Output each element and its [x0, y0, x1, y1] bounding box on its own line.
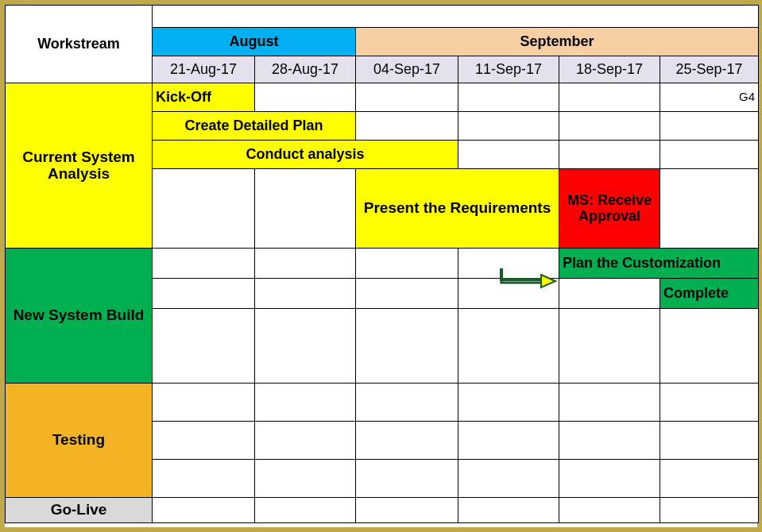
cell-r4-c2 [255, 207, 355, 210]
cell-gl-c4 [458, 509, 559, 512]
cell-nb3-c2 [255, 345, 355, 348]
cell-nb3-c4 [458, 345, 559, 348]
nsb-row-1: New System Build Plan the Customization [6, 249, 759, 279]
cell-r4-c1 [153, 207, 254, 210]
cell-t1-c2 [255, 401, 355, 404]
cell-t3-c3 [356, 477, 458, 480]
golive-row: Go-Live [6, 498, 759, 523]
cell-t2-c4 [458, 439, 559, 442]
cell-r2-c5 [559, 125, 659, 128]
cell-gl-c3 [356, 509, 458, 512]
task-kick-off: Kick-Off [153, 88, 254, 107]
cell-r3-c4 [458, 153, 559, 156]
cell-nb2-c2 [255, 292, 355, 295]
task-ms-approval: MS: Receive Approval [559, 191, 659, 226]
cell-t1-c6 [660, 401, 758, 404]
cell-t1-c4 [458, 401, 559, 404]
csa-row-1: Current System Analysis Kick-Off G4 [6, 83, 759, 112]
cell-r1-c2 [255, 96, 355, 99]
task-present-req: Present the Requirements [356, 199, 559, 218]
cell-gl-c6 [660, 509, 758, 512]
cell-nb1-c3 [356, 262, 458, 265]
cell-t3-c6 [660, 477, 758, 480]
date-0: 21-Aug-17 [153, 60, 254, 79]
cell-r4-c6 [660, 207, 758, 210]
date-4: 18-Sep-17 [559, 60, 659, 79]
svg-marker-0 [541, 275, 555, 287]
cell-nb3-c3 [356, 345, 458, 348]
cell-t2-c5 [559, 439, 659, 442]
cell-t3-c2 [255, 477, 355, 480]
cell-t2-c3 [356, 439, 458, 442]
cell-nb2-c5 [559, 292, 659, 295]
cell-nb3-c5 [559, 345, 659, 348]
cell-nb1-c1 [153, 262, 254, 265]
cell-nb3-c6 [660, 345, 758, 348]
cell-r2-c6 [660, 125, 758, 128]
task-complete: Complete [660, 284, 758, 303]
cell-t1-c1 [153, 401, 254, 404]
header-blank [153, 15, 758, 18]
cell-t2-c6 [660, 439, 758, 442]
task-plan-cust: Plan the Customization [559, 254, 758, 273]
date-1: 28-Aug-17 [255, 60, 355, 79]
stream-go-live: Go-Live [6, 500, 152, 520]
cell-r2-c3 [356, 125, 458, 128]
cell-t2-c1 [153, 439, 254, 442]
stream-new-build: New System Build [6, 306, 152, 326]
cell-t3-c1 [153, 477, 254, 480]
test-row-1: Testing [6, 384, 759, 422]
cell-nb2-c3 [356, 292, 458, 295]
cell-t3-c5 [559, 477, 659, 480]
cell-r1-c5 [559, 96, 659, 99]
date-5: 25-Sep-17 [660, 60, 758, 79]
month-september: September [356, 33, 758, 52]
dependency-arrow-icon [484, 267, 557, 291]
cell-r3-c6 [660, 153, 758, 156]
workstream-header: Workstream [6, 35, 152, 54]
task-create-plan: Create Detailed Plan [153, 117, 355, 136]
cell-r1-c3 [356, 96, 458, 99]
cell-t2-c2 [255, 439, 355, 442]
cell-gl-c5 [559, 509, 659, 512]
task-conduct-analysis: Conduct analysis [153, 145, 458, 164]
cell-r1-c4 [458, 96, 559, 99]
cell-t3-c4 [458, 477, 559, 480]
cell-gl-c1 [153, 509, 254, 512]
header-blank-row: Workstream [6, 6, 759, 28]
cell-r3-c5 [559, 153, 659, 156]
gantt-frame: Workstream August September 21-Aug-17 28… [0, 0, 762, 532]
date-3: 11-Sep-17 [458, 60, 559, 79]
stream-testing: Testing [6, 430, 152, 450]
month-august: August [153, 33, 355, 52]
date-2: 04-Sep-17 [356, 60, 458, 79]
stream-current-analysis: Current System Analysis [6, 148, 152, 184]
cell-nb3-c1 [153, 345, 254, 348]
cell-t1-c3 [356, 401, 458, 404]
gantt-table: Workstream August September 21-Aug-17 28… [5, 5, 759, 523]
cell-nb1-c2 [255, 262, 355, 265]
cell-nb2-c4 [458, 292, 559, 295]
cell-r2-c4 [458, 125, 559, 128]
cell-gl-c2 [255, 509, 355, 512]
cell-nb2-c1 [153, 292, 254, 295]
task-g4: G4 [660, 90, 758, 106]
cell-t1-c5 [559, 401, 659, 404]
